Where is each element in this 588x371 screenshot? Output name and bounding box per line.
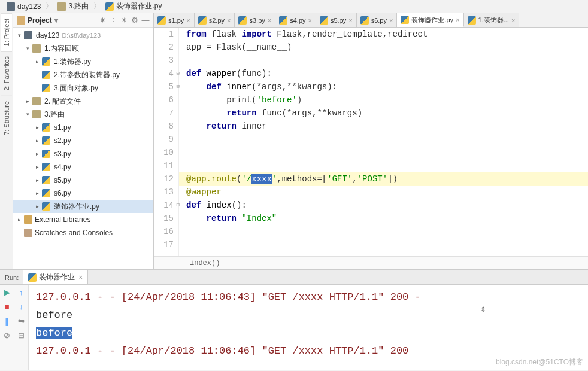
code-line[interactable]: return "Index" bbox=[179, 212, 588, 225]
fold-icon[interactable]: ⊟ bbox=[177, 67, 180, 80]
line-number: 5⊟ bbox=[154, 80, 174, 93]
collapse-icon[interactable]: ✷ bbox=[98, 16, 107, 25]
code-line[interactable]: def wapper(func): bbox=[179, 67, 588, 80]
breadcrumb-item-root[interactable]: day123 bbox=[3, 1, 44, 12]
close-icon[interactable]: × bbox=[389, 17, 393, 24]
code-line[interactable]: return func(*args,**kwargs) bbox=[179, 107, 588, 120]
tree-row[interactable]: ▸s6.py bbox=[13, 187, 153, 200]
code-line[interactable] bbox=[179, 238, 588, 251]
tree-row[interactable]: ▸s3.py bbox=[13, 147, 153, 160]
close-icon[interactable]: × bbox=[511, 17, 515, 24]
tree-arrow-icon[interactable]: ▸ bbox=[34, 150, 41, 157]
close-icon[interactable]: × bbox=[268, 17, 271, 24]
code-line[interactable]: @app.route('/xxxx',methods=['GET','POST'… bbox=[179, 172, 588, 186]
editor-body[interactable]: 1234⊟5⊟67891011121314⊟151617 from flask … bbox=[154, 28, 588, 256]
file-tab[interactable]: s4.py× bbox=[275, 13, 316, 27]
close-icon[interactable]: × bbox=[186, 17, 190, 24]
file-tab-bar: s1.py×s2.py×s3.py×s4.py×s5.py×s6.py×装饰器作… bbox=[154, 13, 588, 28]
down-icon[interactable]: ↓ bbox=[14, 299, 29, 314]
tree-arrow-icon[interactable]: ▸ bbox=[34, 190, 41, 197]
breadcrumb-item-folder[interactable]: 3.路由 bbox=[54, 0, 92, 13]
fold-icon[interactable]: ⊟ bbox=[177, 80, 180, 93]
code-line[interactable] bbox=[179, 159, 588, 172]
console-line[interactable]: 127.0.0.1 - - [24/Apr/2018 11:06:43] "GE… bbox=[36, 288, 581, 306]
tree-row[interactable]: ▸装饰器作业.py bbox=[13, 200, 153, 213]
dropdown-icon[interactable]: ▾ bbox=[54, 16, 58, 25]
tree-arrow-icon[interactable]: ▾ bbox=[16, 32, 23, 39]
divide-icon[interactable]: ÷ bbox=[109, 16, 117, 25]
file-tab[interactable]: s3.py× bbox=[235, 13, 275, 27]
tree-arrow-icon[interactable]: ▸ bbox=[24, 98, 31, 105]
tree-row[interactable]: 2.带参数的装饰器.py bbox=[13, 68, 153, 81]
close-icon[interactable]: × bbox=[78, 273, 83, 282]
tab-structure[interactable]: 7: Structure bbox=[1, 96, 12, 140]
close-icon[interactable]: × bbox=[227, 17, 231, 24]
code-line[interactable]: return inner bbox=[179, 120, 588, 133]
tree-arrow-icon[interactable]: ▸ bbox=[34, 203, 41, 210]
target-icon[interactable]: ✴ bbox=[120, 16, 128, 25]
fold-icon[interactable]: ⊟ bbox=[177, 199, 180, 212]
code-line[interactable]: def inner(*args,**kwargs): bbox=[179, 80, 588, 93]
editor-breadcrumb[interactable]: index() bbox=[154, 256, 588, 269]
code-line[interactable]: def index(): bbox=[179, 199, 588, 212]
tree-row[interactable]: Scratches and Consoles bbox=[13, 226, 153, 239]
tree-row[interactable]: ▸2. 配置文件 bbox=[13, 95, 153, 108]
tab-project[interactable]: 1: Project bbox=[1, 13, 12, 51]
code-line[interactable]: @wapper bbox=[179, 186, 588, 199]
up-icon[interactable]: ↑ bbox=[14, 285, 29, 299]
hide-icon[interactable]: — bbox=[141, 16, 150, 25]
file-tab[interactable]: 装饰器作业.py× bbox=[397, 13, 463, 27]
breadcrumb-item-file[interactable]: 装饰器作业.py bbox=[102, 0, 165, 13]
code-area[interactable]: from flask import Flask,render_template,… bbox=[179, 28, 588, 256]
console-line[interactable]: before bbox=[36, 306, 581, 324]
tree-row[interactable]: ▸s5.py bbox=[13, 174, 153, 187]
code-line[interactable] bbox=[179, 54, 588, 67]
tree-arrow-icon[interactable]: ▸ bbox=[34, 124, 41, 131]
tree-row[interactable]: ▾3.路由 bbox=[13, 108, 153, 121]
rerun-icon[interactable]: ▶ bbox=[0, 285, 14, 299]
gear-icon[interactable]: ⚙ bbox=[131, 16, 139, 25]
tree-arrow-icon[interactable]: ▸ bbox=[34, 137, 41, 144]
clear-icon[interactable]: ⊘ bbox=[0, 328, 14, 342]
tree-arrow-icon[interactable]: ▸ bbox=[34, 163, 41, 171]
stop-icon[interactable]: ■ bbox=[0, 299, 14, 314]
tree-label: 3.路由 bbox=[44, 110, 65, 120]
tree-arrow-icon[interactable]: ▾ bbox=[24, 45, 31, 52]
tree-row[interactable]: ▾day123D:\s8\day123 bbox=[13, 29, 153, 42]
code-line[interactable]: print('before') bbox=[179, 93, 588, 107]
close-icon[interactable]: × bbox=[348, 17, 352, 24]
pause-icon[interactable]: ‖ bbox=[0, 314, 14, 328]
tree-arrow-icon[interactable]: ▸ bbox=[16, 216, 23, 223]
file-tab[interactable]: s1.py× bbox=[154, 13, 195, 27]
console-output[interactable]: ⇕ 127.0.0.1 - - [24/Apr/2018 11:06:43] "… bbox=[29, 285, 588, 370]
code-line[interactable]: app = Flask(__name__) bbox=[179, 41, 588, 54]
collapse-icon[interactable]: ⊟ bbox=[14, 328, 29, 342]
tree-row[interactable]: ▸s1.py bbox=[13, 121, 153, 134]
tab-favorites[interactable]: 2: Favorites bbox=[1, 51, 12, 95]
tree-arrow-icon[interactable]: ▾ bbox=[24, 111, 31, 118]
tree-row[interactable]: ▸1.装饰器.py bbox=[13, 55, 153, 68]
tree-row[interactable]: ▸s4.py bbox=[13, 160, 153, 174]
wrap-icon[interactable]: ⇋ bbox=[14, 314, 29, 328]
file-tab[interactable]: s6.py× bbox=[357, 13, 398, 27]
code-line[interactable] bbox=[179, 146, 588, 159]
code-line[interactable] bbox=[179, 225, 588, 238]
code-line[interactable]: from flask import Flask,render_template,… bbox=[179, 28, 588, 41]
tree-row[interactable]: ▸s2.py bbox=[13, 134, 153, 147]
tree-row[interactable]: ▾1.内容回顾 bbox=[13, 42, 153, 55]
run-tab[interactable]: 装饰器作业 × bbox=[23, 270, 88, 284]
code-line[interactable] bbox=[179, 133, 588, 146]
close-icon[interactable]: × bbox=[308, 17, 312, 24]
console-line[interactable]: before bbox=[36, 324, 581, 342]
file-tab[interactable]: 1.装饰器...× bbox=[464, 13, 520, 27]
close-icon[interactable]: × bbox=[456, 16, 459, 23]
file-tab[interactable]: s2.py× bbox=[195, 13, 235, 27]
python-icon bbox=[198, 16, 207, 25]
tree-row[interactable]: 3.面向对象.py bbox=[13, 81, 153, 95]
tree-row[interactable]: ▸External Libraries bbox=[13, 213, 153, 226]
tree-arrow-icon[interactable]: ▸ bbox=[34, 177, 41, 184]
project-tree[interactable]: ▾day123D:\s8\day123▾1.内容回顾▸1.装饰器.py 2.带参… bbox=[13, 28, 153, 269]
tree-arrow-icon[interactable]: ▸ bbox=[34, 58, 41, 65]
project-title[interactable]: Project ▾ bbox=[17, 16, 98, 25]
file-tab[interactable]: s5.py× bbox=[316, 13, 357, 27]
